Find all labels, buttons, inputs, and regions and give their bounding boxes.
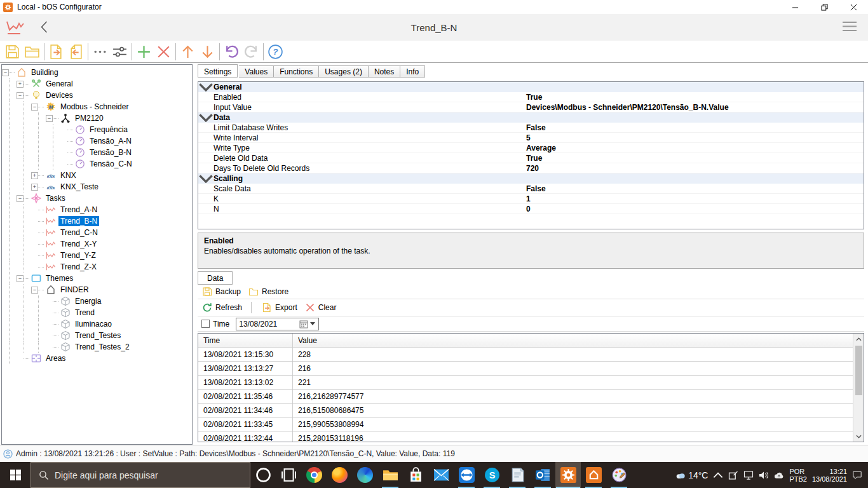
tree-item-iluminacao[interactable]: Iluminacao [2,318,192,330]
add-button[interactable] [134,42,154,61]
tree-item-trend-b-n[interactable]: Trend_B-N [2,215,192,227]
table-row[interactable]: 02/08/2021 11:33:45215,990553808994 [198,417,853,431]
tree-expand-toggle[interactable]: − [17,275,24,282]
tree-item-frequ-ncia[interactable]: Frequência [2,124,192,135]
tree-expand-toggle[interactable]: − [2,69,9,76]
setting-value[interactable]: 720 [526,164,539,173]
filter-button[interactable] [110,42,130,61]
tab-functions[interactable]: Functions [274,65,319,78]
date-picker[interactable]: 13/08/2021 [236,318,319,330]
tree-expand-toggle[interactable]: − [46,115,53,122]
setting-row-enabled[interactable]: EnabledTrue [198,92,864,102]
network-tray-button[interactable] [743,471,754,480]
scroll-up-button[interactable] [853,334,864,344]
tree-expand-toggle[interactable]: + [17,81,24,88]
taskbar-app-notepad[interactable] [505,462,530,488]
tree-item-trend-c-n[interactable]: Trend_C-N [2,227,192,238]
table-scrollbar[interactable] [853,334,864,442]
tray-expand-button[interactable] [713,471,723,480]
pen-tray-button[interactable] [728,471,738,480]
tree-item-general[interactable]: +General [2,78,192,90]
tree-item-areas[interactable]: Areas [2,353,192,364]
taskbar-app-bos-configurator[interactable] [555,462,581,488]
setting-row-limit-database-writes[interactable]: Limit Database WritesFalse [198,123,864,133]
setting-value[interactable]: False [526,184,546,193]
setting-value[interactable]: 0 [526,205,531,214]
tree-item-trend-y-z[interactable]: Trend_Y-Z [2,250,192,261]
tab-usages-2-[interactable]: Usages (2) [319,65,369,78]
table-row[interactable]: 13/08/2021 13:13:27216 [198,362,853,376]
backup-button[interactable]: Backup [199,285,244,298]
delete-button[interactable] [154,42,173,61]
setting-value[interactable]: False [526,123,546,132]
onedrive-tray-button[interactable] [774,471,784,480]
time-checkbox[interactable] [201,320,210,328]
export-button-data[interactable]: Export [259,301,301,314]
tree-expand-toggle[interactable]: − [31,287,38,294]
date-dropdown-arrow[interactable] [310,322,315,325]
restore-button-data[interactable]: Restore [245,285,292,298]
tree-item-pm2120[interactable]: −PM2120 [2,112,192,124]
table-row[interactable]: 02/08/2021 11:32:44215,280153118196 [198,431,853,442]
tree-item-energia[interactable]: Energia [2,295,192,307]
settings-group-scalling[interactable]: Scalling [198,173,864,184]
settings-group-data[interactable]: Data [198,112,864,123]
action-center-button[interactable] [852,471,862,480]
tree-item-knx[interactable]: +KNXKNX [2,170,192,181]
start-button[interactable] [0,462,31,488]
taskbar-app-edge[interactable] [352,462,377,488]
move-down-button[interactable] [198,42,217,61]
tree-item-tens-o-c-n[interactable]: Tensão_C-N [2,158,192,170]
setting-row-write-interval[interactable]: Write Interval5 [198,133,864,143]
scrollbar-thumb[interactable] [855,346,862,395]
menu-button[interactable] [841,21,858,34]
taskbar-app-outlook[interactable] [530,462,555,488]
tree-expand-toggle[interactable]: + [31,172,38,179]
tree-item-tens-o-b-n[interactable]: Tensão_B-N [2,147,192,158]
table-row[interactable]: 13/08/2021 13:13:02221 [198,376,853,390]
setting-value[interactable]: True [526,93,542,102]
tab-data[interactable]: Data [198,271,233,285]
chevron-down-icon[interactable] [198,174,214,183]
weather-button[interactable]: 14°C [675,470,708,480]
export-button[interactable] [46,42,66,61]
tree-item-building[interactable]: −Building [2,67,192,78]
chevron-down-icon[interactable] [198,113,214,122]
minimize-button[interactable] [780,0,810,14]
setting-row-n[interactable]: N0 [198,204,864,214]
undo-button[interactable] [222,42,241,61]
open-button[interactable] [22,42,42,61]
tab-values[interactable]: Values [239,65,274,78]
close-button[interactable] [839,0,868,14]
setting-row-k[interactable]: K1 [198,194,864,204]
calendar-icon[interactable] [298,320,309,329]
tree-item-tasks[interactable]: −Tasks [2,193,192,204]
tree-item-trend-testes-2[interactable]: Trend_Testes_2 [2,341,192,353]
tree-item-devices[interactable]: −Devices [2,90,192,101]
tree-item-trend-testes[interactable]: Trend_Testes [2,330,192,341]
clear-button[interactable]: Clear [302,301,340,314]
tree-item-trend-x-y[interactable]: Trend_X-Y [2,238,192,250]
tree-item-trend-a-n[interactable]: Trend_A-N [2,204,192,215]
language-indicator[interactable]: POR PTB2 [789,468,807,483]
setting-row-days-to-delete-old-records[interactable]: Days To Delete Old Records720 [198,163,864,173]
settings-group-general[interactable]: General [198,82,864,92]
taskbar-app-mail[interactable] [428,462,454,488]
taskbar-app-firefox[interactable] [327,462,352,488]
setting-row-write-type[interactable]: Write TypeAverage [198,143,864,153]
setting-row-delete-old-data[interactable]: Delete Old DataTrue [198,153,864,163]
tab-info[interactable]: Info [400,65,425,78]
tab-notes[interactable]: Notes [369,65,400,78]
taskbar-app-teamviewer[interactable] [454,462,479,488]
setting-value[interactable]: True [526,154,542,163]
taskbar-app-chrome[interactable] [301,462,327,488]
more-button[interactable] [90,42,110,61]
taskbar-search[interactable]: Digite aqui para pesquisar [31,462,250,488]
tree-expand-toggle[interactable]: − [31,104,38,111]
taskbar-app-store[interactable] [403,462,428,488]
tree-expand-toggle[interactable]: − [17,92,24,99]
column-header-value[interactable]: Value [293,334,853,347]
taskbar-app-paint[interactable] [606,462,632,488]
import-button[interactable] [66,42,86,61]
tree-item-knx-teste[interactable]: +KNXKNX_Teste [2,181,192,193]
